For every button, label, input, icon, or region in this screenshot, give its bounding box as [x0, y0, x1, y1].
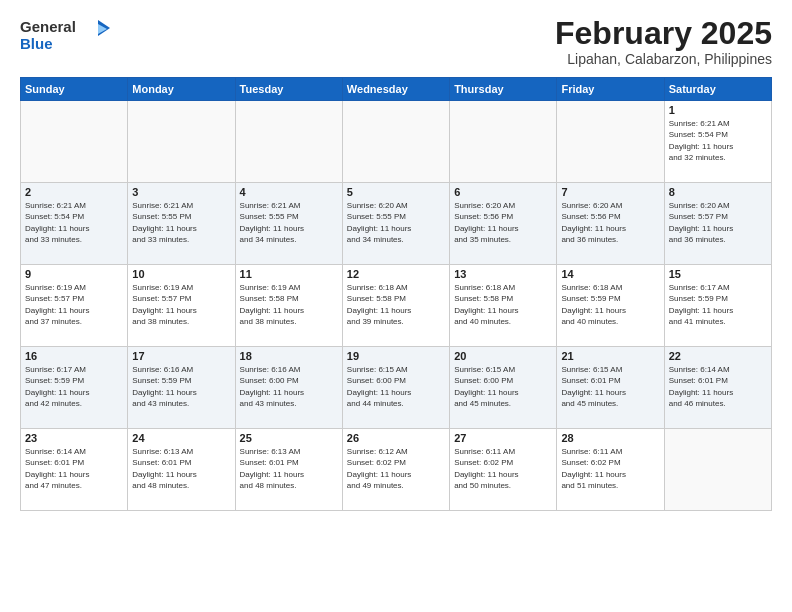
calendar-cell — [450, 101, 557, 183]
calendar-cell — [342, 101, 449, 183]
svg-text:General: General — [20, 18, 76, 35]
day-number: 20 — [454, 350, 552, 362]
calendar-cell: 25Sunrise: 6:13 AM Sunset: 6:01 PM Dayli… — [235, 429, 342, 511]
calendar-cell — [557, 101, 664, 183]
day-info: Sunrise: 6:16 AM Sunset: 5:59 PM Dayligh… — [132, 364, 230, 409]
calendar-cell: 19Sunrise: 6:15 AM Sunset: 6:00 PM Dayli… — [342, 347, 449, 429]
day-info: Sunrise: 6:11 AM Sunset: 6:02 PM Dayligh… — [454, 446, 552, 491]
calendar-week-row: 9Sunrise: 6:19 AM Sunset: 5:57 PM Daylig… — [21, 265, 772, 347]
col-sunday: Sunday — [21, 78, 128, 101]
day-info: Sunrise: 6:19 AM Sunset: 5:57 PM Dayligh… — [132, 282, 230, 327]
calendar-cell: 5Sunrise: 6:20 AM Sunset: 5:55 PM Daylig… — [342, 183, 449, 265]
col-friday: Friday — [557, 78, 664, 101]
col-wednesday: Wednesday — [342, 78, 449, 101]
day-info: Sunrise: 6:20 AM Sunset: 5:56 PM Dayligh… — [561, 200, 659, 245]
calendar-cell: 14Sunrise: 6:18 AM Sunset: 5:59 PM Dayli… — [557, 265, 664, 347]
day-info: Sunrise: 6:19 AM Sunset: 5:58 PM Dayligh… — [240, 282, 338, 327]
calendar-week-row: 1Sunrise: 6:21 AM Sunset: 5:54 PM Daylig… — [21, 101, 772, 183]
day-number: 27 — [454, 432, 552, 444]
calendar-cell: 6Sunrise: 6:20 AM Sunset: 5:56 PM Daylig… — [450, 183, 557, 265]
day-number: 2 — [25, 186, 123, 198]
page-container: General Blue February 2025 Lipahan, Cala… — [0, 0, 792, 612]
calendar-cell: 8Sunrise: 6:20 AM Sunset: 5:57 PM Daylig… — [664, 183, 771, 265]
day-info: Sunrise: 6:18 AM Sunset: 5:58 PM Dayligh… — [347, 282, 445, 327]
day-info: Sunrise: 6:13 AM Sunset: 6:01 PM Dayligh… — [240, 446, 338, 491]
day-info: Sunrise: 6:14 AM Sunset: 6:01 PM Dayligh… — [25, 446, 123, 491]
calendar-cell: 7Sunrise: 6:20 AM Sunset: 5:56 PM Daylig… — [557, 183, 664, 265]
calendar-cell: 9Sunrise: 6:19 AM Sunset: 5:57 PM Daylig… — [21, 265, 128, 347]
calendar-week-row: 16Sunrise: 6:17 AM Sunset: 5:59 PM Dayli… — [21, 347, 772, 429]
calendar-cell: 18Sunrise: 6:16 AM Sunset: 6:00 PM Dayli… — [235, 347, 342, 429]
calendar-cell — [664, 429, 771, 511]
day-number: 3 — [132, 186, 230, 198]
day-number: 28 — [561, 432, 659, 444]
col-tuesday: Tuesday — [235, 78, 342, 101]
day-info: Sunrise: 6:11 AM Sunset: 6:02 PM Dayligh… — [561, 446, 659, 491]
day-number: 5 — [347, 186, 445, 198]
calendar-cell: 3Sunrise: 6:21 AM Sunset: 5:55 PM Daylig… — [128, 183, 235, 265]
day-info: Sunrise: 6:13 AM Sunset: 6:01 PM Dayligh… — [132, 446, 230, 491]
location: Lipahan, Calabarzon, Philippines — [555, 51, 772, 67]
day-number: 12 — [347, 268, 445, 280]
day-number: 16 — [25, 350, 123, 362]
calendar-cell: 16Sunrise: 6:17 AM Sunset: 5:59 PM Dayli… — [21, 347, 128, 429]
day-info: Sunrise: 6:21 AM Sunset: 5:55 PM Dayligh… — [132, 200, 230, 245]
col-saturday: Saturday — [664, 78, 771, 101]
col-monday: Monday — [128, 78, 235, 101]
day-number: 10 — [132, 268, 230, 280]
day-number: 15 — [669, 268, 767, 280]
day-info: Sunrise: 6:15 AM Sunset: 6:00 PM Dayligh… — [454, 364, 552, 409]
day-number: 6 — [454, 186, 552, 198]
calendar-cell: 2Sunrise: 6:21 AM Sunset: 5:54 PM Daylig… — [21, 183, 128, 265]
calendar-cell — [235, 101, 342, 183]
day-info: Sunrise: 6:14 AM Sunset: 6:01 PM Dayligh… — [669, 364, 767, 409]
day-info: Sunrise: 6:16 AM Sunset: 6:00 PM Dayligh… — [240, 364, 338, 409]
day-info: Sunrise: 6:21 AM Sunset: 5:54 PM Dayligh… — [669, 118, 767, 163]
calendar-cell: 15Sunrise: 6:17 AM Sunset: 5:59 PM Dayli… — [664, 265, 771, 347]
calendar-table: Sunday Monday Tuesday Wednesday Thursday… — [20, 77, 772, 511]
day-info: Sunrise: 6:21 AM Sunset: 5:55 PM Dayligh… — [240, 200, 338, 245]
day-info: Sunrise: 6:17 AM Sunset: 5:59 PM Dayligh… — [669, 282, 767, 327]
logo-svg: General Blue — [20, 16, 110, 52]
day-info: Sunrise: 6:18 AM Sunset: 5:59 PM Dayligh… — [561, 282, 659, 327]
calendar-cell — [128, 101, 235, 183]
day-number: 9 — [25, 268, 123, 280]
calendar-cell — [21, 101, 128, 183]
calendar-cell: 22Sunrise: 6:14 AM Sunset: 6:01 PM Dayli… — [664, 347, 771, 429]
calendar-cell: 28Sunrise: 6:11 AM Sunset: 6:02 PM Dayli… — [557, 429, 664, 511]
day-number: 7 — [561, 186, 659, 198]
svg-text:Blue: Blue — [20, 35, 53, 52]
calendar-cell: 23Sunrise: 6:14 AM Sunset: 6:01 PM Dayli… — [21, 429, 128, 511]
calendar-week-row: 2Sunrise: 6:21 AM Sunset: 5:54 PM Daylig… — [21, 183, 772, 265]
day-number: 21 — [561, 350, 659, 362]
calendar-cell: 1Sunrise: 6:21 AM Sunset: 5:54 PM Daylig… — [664, 101, 771, 183]
day-number: 25 — [240, 432, 338, 444]
day-number: 13 — [454, 268, 552, 280]
day-number: 18 — [240, 350, 338, 362]
calendar-cell: 4Sunrise: 6:21 AM Sunset: 5:55 PM Daylig… — [235, 183, 342, 265]
calendar-cell: 12Sunrise: 6:18 AM Sunset: 5:58 PM Dayli… — [342, 265, 449, 347]
month-title: February 2025 — [555, 16, 772, 51]
day-info: Sunrise: 6:21 AM Sunset: 5:54 PM Dayligh… — [25, 200, 123, 245]
day-info: Sunrise: 6:12 AM Sunset: 6:02 PM Dayligh… — [347, 446, 445, 491]
day-number: 23 — [25, 432, 123, 444]
calendar-cell: 17Sunrise: 6:16 AM Sunset: 5:59 PM Dayli… — [128, 347, 235, 429]
calendar-cell: 27Sunrise: 6:11 AM Sunset: 6:02 PM Dayli… — [450, 429, 557, 511]
header: General Blue February 2025 Lipahan, Cala… — [20, 16, 772, 67]
calendar-cell: 11Sunrise: 6:19 AM Sunset: 5:58 PM Dayli… — [235, 265, 342, 347]
calendar-header-row: Sunday Monday Tuesday Wednesday Thursday… — [21, 78, 772, 101]
day-info: Sunrise: 6:20 AM Sunset: 5:57 PM Dayligh… — [669, 200, 767, 245]
day-number: 24 — [132, 432, 230, 444]
day-number: 19 — [347, 350, 445, 362]
title-block: February 2025 Lipahan, Calabarzon, Phili… — [555, 16, 772, 67]
logo: General Blue — [20, 16, 110, 52]
day-info: Sunrise: 6:15 AM Sunset: 6:00 PM Dayligh… — [347, 364, 445, 409]
day-info: Sunrise: 6:20 AM Sunset: 5:56 PM Dayligh… — [454, 200, 552, 245]
day-info: Sunrise: 6:17 AM Sunset: 5:59 PM Dayligh… — [25, 364, 123, 409]
calendar-cell: 20Sunrise: 6:15 AM Sunset: 6:00 PM Dayli… — [450, 347, 557, 429]
calendar-cell: 21Sunrise: 6:15 AM Sunset: 6:01 PM Dayli… — [557, 347, 664, 429]
day-number: 14 — [561, 268, 659, 280]
day-number: 11 — [240, 268, 338, 280]
day-info: Sunrise: 6:20 AM Sunset: 5:55 PM Dayligh… — [347, 200, 445, 245]
day-number: 8 — [669, 186, 767, 198]
